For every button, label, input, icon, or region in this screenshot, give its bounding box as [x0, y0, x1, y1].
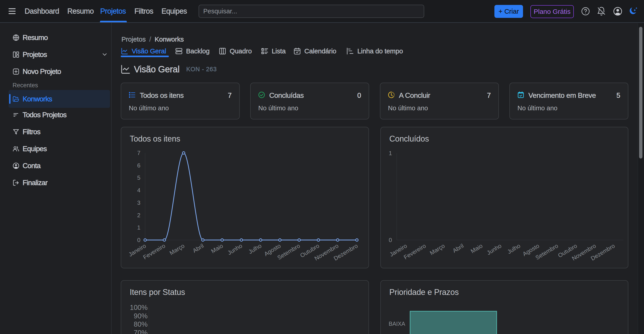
x-axis-label: Março: [429, 242, 446, 256]
sidebar-item-label: Equipes: [22, 145, 47, 153]
stat-card-todos-os-itens[interactable]: Todos os itens 7 No último ano: [121, 83, 240, 119]
y-axis-label: 2: [137, 212, 140, 219]
line-chart-todos-os-itens[interactable]: 01234567JaneiroFevereiroMarçoAbrilMaioJu…: [121, 127, 368, 268]
chart-title: Itens por Status: [130, 288, 185, 297]
sidebar-item-label: Projetos: [22, 50, 47, 59]
account-icon[interactable]: [613, 6, 622, 16]
sidebar-item-novo-projeto[interactable]: Novo Projeto: [0, 63, 111, 80]
tab-label: Quadro: [230, 47, 252, 55]
notifications-off-icon[interactable]: [596, 6, 606, 16]
data-point[interactable]: [144, 239, 146, 241]
search-input[interactable]: Pesquisar...: [198, 5, 424, 18]
funnel-icon: [12, 128, 20, 135]
x-axis-label: Junho: [486, 242, 503, 256]
list-icon: [128, 91, 136, 98]
user-circle-icon: [12, 162, 20, 169]
sidebar-item-label: Konworks: [22, 95, 52, 103]
breadcrumb-separator: /: [149, 35, 151, 43]
active-nav-underline: [100, 21, 127, 22]
folder-open-icon: [12, 96, 20, 103]
x-axis-label: Julho: [247, 242, 263, 255]
bar-baixa[interactable]: [410, 311, 497, 334]
chart-line-icon: [121, 47, 128, 55]
x-axis-label: Maio: [210, 242, 224, 255]
logout-icon: [12, 179, 20, 186]
data-point[interactable]: [202, 239, 204, 241]
scrollbar-thumb[interactable]: [639, 27, 642, 159]
calendar-check-icon: [294, 47, 301, 55]
sidebar-item-todos-projetos[interactable]: Todos Projetos: [0, 106, 111, 123]
sidebar-item-label: Resumo: [22, 33, 48, 42]
stat-label: A Concluir: [399, 91, 430, 100]
chevron-down-icon[interactable]: [102, 52, 108, 57]
breadcrumb-konworks[interactable]: Konworks: [155, 35, 184, 43]
data-point[interactable]: [336, 239, 339, 241]
tab-lista[interactable]: Lista: [261, 46, 286, 56]
y-axis-label: 1: [137, 224, 140, 231]
data-point[interactable]: [163, 239, 166, 241]
stat-period: No último ano: [129, 105, 169, 112]
tab-backlog[interactable]: Backlog: [175, 46, 210, 56]
nav-item-filtros[interactable]: Filtros: [134, 0, 153, 22]
stat-card-vencimento-em-breve[interactable]: Vencimento em Breve 5 No último ano: [510, 83, 628, 119]
plan-badge-button[interactable]: Plano Grátis: [530, 5, 574, 18]
x-axis-label: Março: [168, 242, 186, 256]
menu-icon[interactable]: [8, 8, 16, 14]
page-title: Visão Geral: [134, 64, 180, 74]
columns-icon: [219, 47, 226, 55]
stat-period: No último ano: [518, 105, 558, 112]
nav-item-resumo[interactable]: Resumo: [67, 0, 94, 22]
stat-card-a-concluir[interactable]: A Concluir 7 No último ano: [380, 83, 499, 119]
breadcrumb-projetos[interactable]: Projetos: [122, 35, 146, 43]
nav-item-equipes[interactable]: Equipes: [162, 0, 187, 22]
sidebar-item-filtros[interactable]: Filtros: [0, 123, 111, 140]
chart-title: Concluídos: [389, 134, 429, 144]
tab-linha-do-tempo[interactable]: Linha do tempo: [346, 46, 403, 56]
sidebar-item-konworks[interactable]: Konworks: [0, 90, 111, 107]
tab-calendario[interactable]: Calendário: [294, 46, 336, 56]
dark-mode-moon-icon[interactable]: [628, 6, 638, 16]
sidebar-item-projetos[interactable]: Projetos: [0, 46, 111, 63]
sidebar-item-label: Todos Projetos: [22, 111, 66, 119]
sidebar-item-conta[interactable]: Conta: [0, 157, 111, 174]
chart-card-todos-os-itens: Todos os itens 01234567JaneiroFevereiroM…: [121, 127, 369, 268]
gantt-icon: [346, 47, 354, 55]
project-code: KON - 263: [186, 66, 217, 73]
data-point[interactable]: [356, 239, 358, 241]
data-point[interactable]: [182, 152, 185, 154]
data-point[interactable]: [298, 239, 300, 241]
nav-item-dashboard[interactable]: Dashboard: [24, 0, 59, 22]
sidebar-item-resumo[interactable]: Resumo: [0, 29, 111, 46]
create-button[interactable]: + Criar: [494, 5, 523, 18]
x-axis-label: Julho: [506, 242, 522, 255]
line-chart-concluidos[interactable]: 01JaneiroFevereiroMarçoAbrilMaioJunhoJul…: [381, 127, 628, 268]
y-axis-label: 80%: [134, 320, 148, 328]
tab-visao-geral[interactable]: Visão Geral: [121, 46, 166, 56]
help-icon[interactable]: [581, 7, 590, 16]
category-label: BAIXA: [389, 321, 405, 327]
data-point[interactable]: [317, 239, 320, 241]
stat-value: 7: [487, 92, 491, 100]
data-point[interactable]: [260, 239, 262, 241]
list-todo-icon: [261, 47, 268, 55]
data-point[interactable]: [221, 239, 224, 241]
clock-dashed-icon: [388, 91, 395, 98]
sidebar-item-label: Novo Projeto: [22, 67, 61, 76]
sidebar-item-equipes[interactable]: Equipes: [0, 140, 111, 157]
calendar-check-icon: [517, 91, 524, 98]
x-axis-label: Abril: [192, 242, 205, 254]
tab-label: Lista: [272, 47, 286, 55]
tab-quadro[interactable]: Quadro: [219, 46, 252, 56]
stat-label: Todos os itens: [140, 91, 184, 100]
stat-card-concluidas[interactable]: Concluídas 0 No último ano: [250, 83, 369, 119]
sidebar-item-finalizar[interactable]: Finalizar: [0, 174, 111, 191]
data-point[interactable]: [278, 239, 281, 241]
chart-card-itens-por-status: Itens por Status 100%90%80%70%: [121, 280, 369, 334]
x-axis-label: Maio: [470, 242, 484, 255]
stat-label: Concluídas: [269, 91, 304, 100]
y-axis-label: 7: [137, 150, 140, 156]
nav-item-projetos[interactable]: Projetos: [100, 0, 126, 22]
y-axis-label: 3: [137, 199, 140, 206]
stat-value: 5: [616, 92, 620, 100]
data-point[interactable]: [240, 239, 242, 241]
